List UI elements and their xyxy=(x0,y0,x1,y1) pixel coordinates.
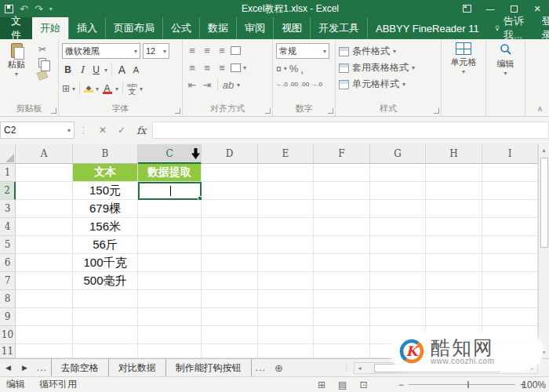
cell[interactable] xyxy=(370,254,426,272)
zoom-out-icon[interactable]: − xyxy=(398,379,404,390)
row-header-8[interactable]: 8 xyxy=(0,290,16,308)
cell-B5[interactable]: 56斤 xyxy=(73,236,138,254)
zoom-slider[interactable] xyxy=(409,384,515,385)
sign-in-button[interactable]: 登录 xyxy=(534,17,549,39)
cell-C5[interactable] xyxy=(138,236,202,254)
cell[interactable] xyxy=(426,236,482,254)
cell[interactable] xyxy=(202,326,258,344)
wrap-text-icon[interactable] xyxy=(231,46,241,55)
cell[interactable] xyxy=(258,200,314,218)
row-header-10[interactable]: 10 xyxy=(0,326,16,344)
cell[interactable] xyxy=(482,290,538,308)
collapse-ribbon-icon[interactable]: ∧ xyxy=(537,104,543,113)
cell-A5[interactable] xyxy=(16,236,73,254)
underline-button[interactable]: U xyxy=(90,64,102,75)
cell-C4[interactable] xyxy=(138,218,202,236)
row-header-2[interactable]: 2 xyxy=(0,182,16,200)
cell[interactable] xyxy=(370,200,426,218)
merge-dropdown-icon[interactable]: ▾ xyxy=(243,64,246,71)
cell-A3[interactable] xyxy=(16,200,73,218)
cell-B1[interactable]: 文本 xyxy=(73,164,138,182)
redo-icon[interactable]: ↷ xyxy=(35,4,43,14)
clipboard-dialog-launcher-icon[interactable] xyxy=(51,108,56,114)
font-color-button[interactable]: A xyxy=(101,84,113,94)
align-bottom-icon[interactable]: ≡ xyxy=(216,45,228,56)
cell[interactable] xyxy=(258,290,314,308)
cell[interactable] xyxy=(202,344,258,358)
cell[interactable] xyxy=(370,218,426,236)
cell[interactable] xyxy=(314,200,370,218)
cell-A4[interactable] xyxy=(16,218,73,236)
cells-button[interactable]: 单元格 ▾ xyxy=(442,39,485,103)
cell-C1[interactable]: 数据提取 xyxy=(138,164,202,182)
new-sheet-icon[interactable]: ⊕ xyxy=(270,362,288,374)
cell-B4[interactable]: 156米 xyxy=(73,218,138,236)
cell[interactable] xyxy=(370,236,426,254)
styles-dialog-launcher-icon[interactable] xyxy=(434,108,439,114)
column-header-G[interactable]: G xyxy=(370,144,426,164)
cell[interactable] xyxy=(314,326,370,344)
sheet-tab-quchukongge[interactable]: 去除空格 xyxy=(51,359,109,376)
cell[interactable] xyxy=(138,326,202,344)
formula-input[interactable] xyxy=(152,122,549,139)
column-header-F[interactable]: F xyxy=(314,144,370,164)
fill-color-button[interactable]: ◆ xyxy=(84,85,93,93)
cell[interactable] xyxy=(258,254,314,272)
cell[interactable] xyxy=(314,290,370,308)
cell[interactable] xyxy=(202,200,258,218)
cell-A1[interactable] xyxy=(16,164,73,182)
tab-view[interactable]: 视图 xyxy=(273,17,310,39)
align-middle-icon[interactable]: ≡ xyxy=(201,45,213,56)
number-dialog-launcher-icon[interactable] xyxy=(328,108,333,114)
phonetic-dropdown-icon[interactable]: ▾ xyxy=(140,85,143,93)
align-center-icon[interactable]: ≡ xyxy=(201,62,213,74)
cell-A2[interactable] xyxy=(16,182,73,200)
cut-icon[interactable]: ✂ xyxy=(38,45,46,54)
column-header-H[interactable]: H xyxy=(426,144,482,164)
tab-review[interactable]: 审阅 xyxy=(236,17,273,39)
cell[interactable] xyxy=(202,254,258,272)
cell[interactable] xyxy=(482,182,538,200)
cell-B6[interactable]: 100千克 xyxy=(73,254,138,272)
merge-center-icon[interactable] xyxy=(231,64,241,72)
cell-A6[interactable] xyxy=(16,254,73,272)
align-left-icon[interactable]: ≡ xyxy=(186,62,198,74)
font-size-select[interactable]: 12▾ xyxy=(143,43,169,59)
cell[interactable] xyxy=(426,290,482,308)
cell[interactable] xyxy=(370,308,426,326)
cell[interactable] xyxy=(426,218,482,236)
cell[interactable] xyxy=(314,236,370,254)
prev-sheet-icon[interactable]: ◀ xyxy=(0,364,16,372)
orientation-dropdown-icon[interactable]: ▾ xyxy=(237,82,240,89)
cell-B3[interactable]: 679棵 xyxy=(73,200,138,218)
sheet-overflow-right[interactable]: ... xyxy=(252,362,270,373)
cell[interactable] xyxy=(258,164,314,182)
editing-button[interactable]: 编辑 ▾ xyxy=(486,39,525,103)
cell[interactable] xyxy=(482,272,538,290)
enter-icon[interactable]: ✓ xyxy=(118,125,125,136)
percent-style-icon[interactable]: % xyxy=(289,64,299,74)
cell[interactable] xyxy=(426,272,482,290)
cell[interactable] xyxy=(370,272,426,290)
scroll-up-icon[interactable]: ▴ xyxy=(539,144,549,156)
row-header-3[interactable]: 3 xyxy=(0,200,16,218)
orientation-icon[interactable]: ab xyxy=(222,79,235,91)
sheet-overflow-left[interactable]: ... xyxy=(33,362,51,373)
cell-B7[interactable]: 500毫升 xyxy=(73,272,138,290)
fill-handle[interactable] xyxy=(198,196,202,201)
paste-button[interactable]: 粘贴 ▾ xyxy=(3,42,30,78)
cell[interactable] xyxy=(258,272,314,290)
bold-button[interactable]: B xyxy=(62,64,74,75)
row-header-9[interactable]: 9 xyxy=(0,308,16,326)
row-header-7[interactable]: 7 xyxy=(0,272,16,290)
underline-dropdown-icon[interactable]: ▾ xyxy=(104,67,107,74)
copy-icon[interactable] xyxy=(38,58,46,67)
tab-home[interactable]: 开始 xyxy=(32,17,68,39)
format-painter-icon[interactable] xyxy=(37,70,49,81)
row-header-4[interactable]: 4 xyxy=(0,218,16,236)
tab-data[interactable]: 数据 xyxy=(199,17,236,39)
sheet-tab-zhizuo[interactable]: 制作能打钩按钮 xyxy=(166,359,252,376)
accounting-dropdown-icon[interactable]: ▾ xyxy=(284,65,287,72)
cell-A7[interactable] xyxy=(16,272,73,290)
cell[interactable] xyxy=(314,164,370,182)
